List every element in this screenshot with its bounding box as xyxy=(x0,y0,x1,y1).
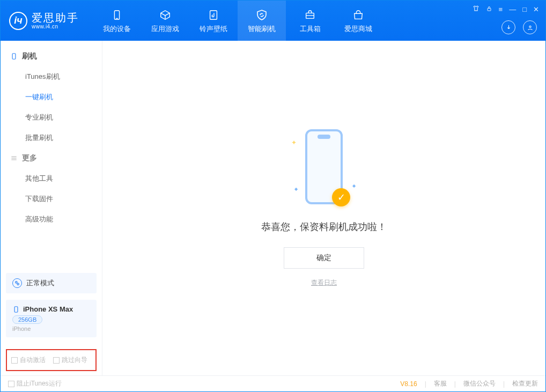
app-window: iч 爱思助手 www.i4.cn 我的设备 应用游戏 xyxy=(0,0,546,392)
link-support[interactable]: 客服 xyxy=(434,379,447,388)
tab-toolbox[interactable]: 工具箱 xyxy=(286,1,334,41)
svg-point-10 xyxy=(16,282,17,283)
close-icon[interactable]: ✕ xyxy=(533,5,539,13)
svg-rect-12 xyxy=(14,306,18,312)
device-name: iPhone XS Max xyxy=(23,305,73,313)
lock-icon[interactable] xyxy=(486,5,492,13)
svg-point-5 xyxy=(529,26,530,27)
mode-card[interactable]: 正常模式 xyxy=(6,273,97,293)
checkbox-skip-guide[interactable]: 跳过向导 xyxy=(53,356,87,365)
device-type: iPhone xyxy=(12,326,90,332)
sidebar-item-pro-flash[interactable]: 专业刷机 xyxy=(1,107,102,128)
main-tabs: 我的设备 应用游戏 铃声壁纸 智能刷机 xyxy=(93,1,382,41)
refresh-shield-icon xyxy=(255,8,269,22)
sidebar-item-oneclick-flash[interactable]: 一键刷机 xyxy=(1,87,102,107)
sidebar-group-more: 更多 xyxy=(1,148,102,168)
tab-label: 铃声壁纸 xyxy=(200,24,227,34)
app-logo: iч 爱思助手 www.i4.cn xyxy=(1,1,87,41)
sidebar-item-other-tools[interactable]: 其他工具 xyxy=(1,168,102,189)
sidebar-group-flash: 刷机 xyxy=(1,46,102,66)
sidebar: 刷机 iTunes刷机 一键刷机 专业刷机 批量刷机 更多 其他工具 下载固件 … xyxy=(1,41,102,375)
sparkle-icon: ✦ xyxy=(291,139,297,146)
checkbox-icon xyxy=(53,357,60,364)
success-message: 恭喜您，保资料刷机成功啦！ xyxy=(261,220,387,233)
tab-apps-games[interactable]: 应用游戏 xyxy=(141,1,189,41)
maximize-icon[interactable]: □ xyxy=(522,5,527,13)
sparkle-icon: ◆ xyxy=(294,187,298,191)
account-button[interactable] xyxy=(523,20,537,34)
tab-label: 我的设备 xyxy=(103,24,131,34)
options-highlight-box: 自动激活 跳过向导 xyxy=(6,349,97,371)
mode-label: 正常模式 xyxy=(26,278,54,288)
device-capacity: 256GB xyxy=(12,315,42,324)
menu-icon[interactable]: ≡ xyxy=(499,5,503,13)
svg-rect-4 xyxy=(488,8,491,11)
sidebar-item-batch-flash[interactable]: 批量刷机 xyxy=(1,128,102,148)
success-illustration: ✦ ◆ ◆ ✓ xyxy=(300,129,348,210)
sidebar-item-advanced[interactable]: 高级功能 xyxy=(1,209,102,230)
minimize-icon[interactable]: — xyxy=(509,5,516,13)
shirt-icon[interactable] xyxy=(473,5,479,13)
brand-url: www.i4.cn xyxy=(32,24,79,29)
ok-button[interactable]: 确定 xyxy=(284,247,364,269)
checkbox-block-itunes[interactable]: 阻止iTunes运行 xyxy=(8,379,62,388)
tab-label: 工具箱 xyxy=(300,24,321,34)
device-card[interactable]: iPhone XS Max 256GB iPhone xyxy=(6,300,97,337)
download-button[interactable] xyxy=(501,20,515,34)
mode-icon xyxy=(12,278,22,288)
sparkle-icon: ◆ xyxy=(352,183,356,188)
tab-store[interactable]: 爱思商城 xyxy=(334,1,382,41)
group-title: 更多 xyxy=(22,153,37,163)
svg-point-11 xyxy=(17,283,19,285)
link-check-update[interactable]: 检查更新 xyxy=(512,379,538,388)
tab-label: 智能刷机 xyxy=(248,24,276,34)
link-wechat[interactable]: 微信公众号 xyxy=(463,379,496,388)
cube-icon xyxy=(158,8,172,22)
sidebar-item-itunes-flash[interactable]: iTunes刷机 xyxy=(1,66,102,87)
checkbox-icon xyxy=(8,381,14,387)
statusbar: 阻止iTunes运行 V8.16 | 客服 | 微信公众号 | 检查更新 xyxy=(1,375,545,391)
brand-name: 爱思助手 xyxy=(32,12,79,24)
view-log-link[interactable]: 查看日志 xyxy=(311,278,337,287)
checkbox-icon xyxy=(11,357,18,364)
device-icon xyxy=(110,8,124,22)
tab-label: 爱思商城 xyxy=(344,24,372,34)
svg-rect-6 xyxy=(12,54,16,60)
version-label: V8.16 xyxy=(400,380,417,388)
music-file-icon xyxy=(206,8,220,22)
tab-ringtone-wallpaper[interactable]: 铃声壁纸 xyxy=(189,1,238,41)
tab-label: 应用游戏 xyxy=(151,24,179,34)
toolbox-icon xyxy=(303,8,317,22)
window-controls-top: ≡ — □ ✕ xyxy=(473,5,539,13)
checkbox-label: 阻止iTunes运行 xyxy=(17,379,62,388)
tab-my-device[interactable]: 我的设备 xyxy=(93,1,141,41)
checkbox-label: 自动激活 xyxy=(20,356,46,365)
svg-rect-2 xyxy=(210,10,217,19)
checkbox-auto-activate[interactable]: 自动激活 xyxy=(11,356,46,365)
sidebar-item-download-firmware[interactable]: 下载固件 xyxy=(1,189,102,209)
group-title: 刷机 xyxy=(22,51,37,61)
store-icon xyxy=(351,8,365,22)
body: 刷机 iTunes刷机 一键刷机 专业刷机 批量刷机 更多 其他工具 下载固件 … xyxy=(1,41,545,375)
check-badge-icon: ✓ xyxy=(332,188,350,206)
titlebar: iч 爱思助手 www.i4.cn 我的设备 应用游戏 xyxy=(1,1,545,41)
checkbox-label: 跳过向导 xyxy=(62,356,87,365)
titlebar-right-buttons xyxy=(501,20,537,34)
main-content: ✦ ◆ ◆ ✓ 恭喜您，保资料刷机成功啦！ 确定 查看日志 xyxy=(102,41,545,375)
tab-smart-flash[interactable]: 智能刷机 xyxy=(238,1,286,41)
logo-mark-icon: iч xyxy=(9,12,27,30)
